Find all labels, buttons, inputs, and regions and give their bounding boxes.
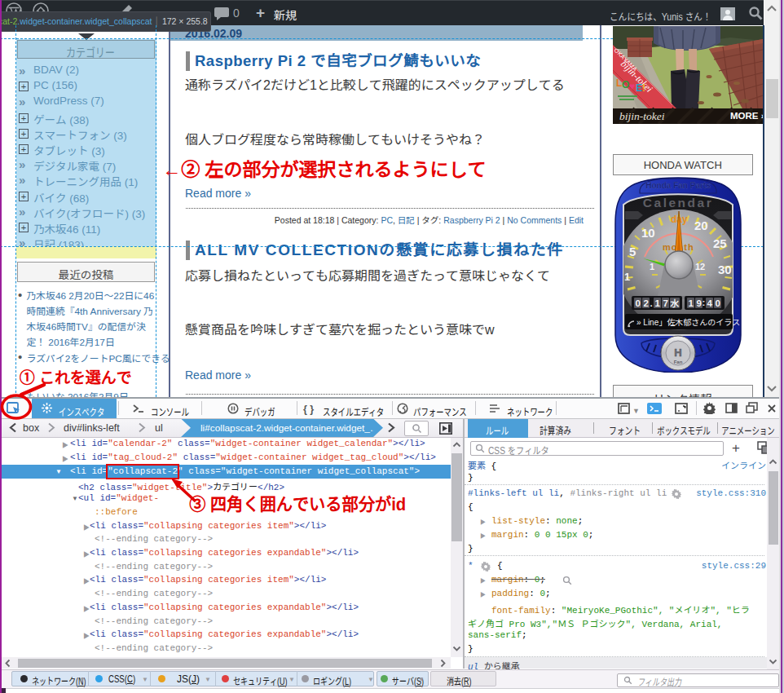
svg-text:♥: ♥ xyxy=(629,81,635,92)
svg-text:H: H xyxy=(674,346,681,359)
svg-text:2: 2 xyxy=(644,298,649,308)
svg-text:1: 1 xyxy=(655,298,661,308)
svg-text:.: . xyxy=(650,298,653,308)
svg-text:1: 1 xyxy=(650,262,654,271)
svg-text:0: 0 xyxy=(716,298,720,308)
svg-text:25: 25 xyxy=(713,236,727,250)
svg-text:!: ! xyxy=(642,82,645,94)
svg-text:30: 30 xyxy=(718,263,732,276)
svg-text:» Line」佐木郁さんのイラスト: » Line」佐木郁さんのイラスト xyxy=(636,318,742,327)
svg-text:Honda Fan Parts: Honda Fan Parts xyxy=(645,181,711,190)
svg-text:0: 0 xyxy=(636,298,641,308)
svg-text:Fan: Fan xyxy=(674,360,683,364)
svg-text:7: 7 xyxy=(663,298,668,308)
svg-text:bijin-tokei: bijin-tokei xyxy=(619,110,665,122)
svg-text:O: O xyxy=(622,79,629,90)
svg-text:水: 水 xyxy=(670,297,680,309)
svg-text:MORE ›: MORE › xyxy=(730,111,763,121)
svg-text:Calendar: Calendar xyxy=(643,196,713,210)
svg-text:4: 4 xyxy=(707,298,713,308)
svg-text:20: 20 xyxy=(694,218,708,232)
svg-text:1: 1 xyxy=(624,271,630,283)
svg-text::: : xyxy=(703,298,706,307)
svg-text:9: 9 xyxy=(697,298,702,308)
svg-text:E: E xyxy=(636,82,642,94)
svg-text:1: 1 xyxy=(689,298,694,308)
svg-text:5: 5 xyxy=(629,245,636,258)
svg-text:10: 10 xyxy=(641,226,655,240)
svg-text:12: 12 xyxy=(695,262,705,271)
